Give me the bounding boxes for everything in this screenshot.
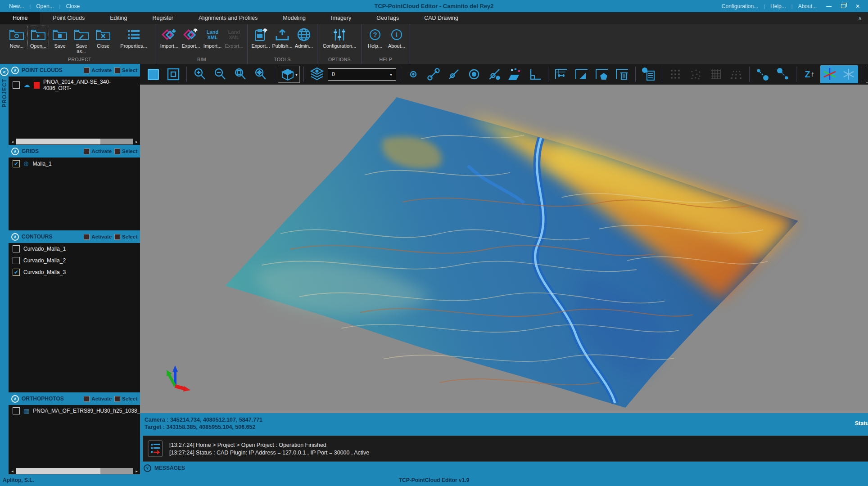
admin-button[interactable]: Admin... (294, 26, 314, 49)
cross-section-button[interactable] (552, 66, 571, 83)
collapse-sidebar-button[interactable]: < (0, 68, 9, 76)
publish-button[interactable]: Publish... (272, 26, 293, 49)
about-button[interactable]: i About... (386, 26, 407, 49)
ribbon-collapse-button[interactable]: ∧ (852, 12, 868, 24)
bim-import-button[interactable]: Import... (159, 26, 180, 49)
cross-section-delete-button[interactable] (613, 66, 632, 83)
measure-area-button[interactable] (505, 66, 524, 83)
horizontal-scrollbar[interactable]: ◂ ▸ (9, 138, 140, 145)
measure-angle-button[interactable] (485, 66, 504, 83)
scroll-left-icon[interactable]: ◂ (9, 468, 16, 474)
list-item[interactable]: ☁ PNOA_2014_AND-SE_340-4086_ORT- (9, 76, 140, 94)
layers-button[interactable] (307, 66, 326, 83)
zoom-in-button[interactable] (190, 66, 209, 83)
list-item[interactable]: ✔ Curvado_Malla_3 (9, 266, 140, 278)
item-checkbox-checked[interactable]: ✔ (13, 269, 20, 276)
quick-open-button[interactable]: Open... (32, 2, 58, 10)
tab-cad-drawing[interactable]: CAD Drawing (411, 12, 471, 24)
scroll-right-icon[interactable]: ▸ (133, 468, 140, 474)
activate-checkbox[interactable] (84, 68, 90, 73)
measure-slope-button[interactable] (444, 66, 463, 83)
zoom-out-button[interactable] (211, 66, 230, 83)
titlebar-about-button[interactable]: About... (794, 2, 821, 10)
titlebar-help-button[interactable]: Help... (766, 2, 791, 10)
scroll-right-icon[interactable]: ▸ (133, 138, 140, 145)
activate-checkbox[interactable] (84, 234, 90, 240)
close-project-button[interactable]: Close (93, 26, 113, 49)
list-item[interactable]: Curvado_Malla_2 (9, 255, 140, 266)
save-as-button[interactable]: Save as... (71, 26, 92, 54)
chevron-up-icon[interactable]: ∧ (11, 67, 19, 74)
item-checkbox[interactable] (13, 245, 20, 252)
panel-header-orthophotos[interactable]: ∧ ORTHOPHOTOS Activate Select (9, 392, 140, 405)
list-item[interactable]: Curvado_Malla_1 (9, 243, 140, 255)
tab-alignments-profiles[interactable]: Alignments and Profiles (186, 12, 270, 24)
annotate-point-button[interactable] (639, 66, 658, 83)
horizontal-scrollbar[interactable]: ◂ ▸ (9, 468, 140, 474)
item-checkbox[interactable] (13, 407, 20, 414)
item-checkbox[interactable] (13, 81, 20, 89)
move-point-forward-button[interactable] (753, 66, 772, 83)
cross-section-area-button[interactable] (572, 66, 591, 83)
new-project-button[interactable]: New... (6, 26, 27, 49)
shaded-view-button[interactable] (144, 66, 163, 83)
show-axes-button[interactable] (820, 66, 839, 83)
save-button[interactable]: Save (50, 26, 70, 49)
list-item[interactable]: ▦ PNOA_MA_OF_ETRS89_HU30_h25_1038_3 (9, 405, 140, 417)
activate-checkbox[interactable] (84, 396, 90, 402)
tab-editing[interactable]: Editing (97, 12, 140, 24)
messages-panel-header[interactable]: ∨ MESSAGES (140, 462, 868, 474)
measure-point-button[interactable] (404, 66, 423, 83)
chevron-down-icon[interactable]: ∨ (144, 464, 151, 472)
select-checkbox[interactable] (114, 68, 120, 73)
chevron-up-icon[interactable]: ∧ (11, 148, 19, 155)
select-checkbox[interactable] (114, 148, 120, 154)
panel-header-point-clouds[interactable]: ∧ POINT CLOUDS Activate Select (9, 64, 140, 76)
display-mode-button[interactable]: ▾ (866, 66, 868, 83)
zoom-window-button[interactable] (231, 66, 250, 83)
panel-header-grids[interactable]: ∧ GRIDS Activate Select (9, 145, 140, 158)
item-checkbox[interactable] (13, 257, 20, 264)
scrollbar-thumb[interactable] (16, 139, 100, 144)
viewport-3d[interactable] (140, 85, 868, 413)
tab-point-clouds[interactable]: Point Clouds (40, 12, 97, 24)
panel-header-contours[interactable]: ∧ CONTOURS Activate Select (9, 230, 140, 243)
item-checkbox-checked[interactable]: ✔ (13, 160, 20, 167)
tab-home[interactable]: Home (0, 12, 40, 24)
wireframe-view-button[interactable] (164, 66, 183, 83)
minimize-button[interactable]: — (822, 3, 836, 9)
show-axes-labels-button[interactable] (839, 66, 858, 83)
select-checkbox[interactable] (114, 396, 120, 402)
cross-section-polygon-button[interactable] (592, 66, 611, 83)
move-point-back-button[interactable] (773, 66, 792, 83)
tab-register[interactable]: Register (140, 12, 186, 24)
zoom-extents-button[interactable] (251, 66, 270, 83)
tab-modeling[interactable]: Modeling (270, 12, 318, 24)
landxml-import-button[interactable]: LandXML Import... (202, 26, 223, 49)
chevron-up-icon[interactable]: ∧ (11, 233, 19, 241)
chevron-up-icon[interactable]: ∧ (11, 395, 19, 403)
layer-select[interactable]: 0 ▾ (328, 68, 396, 81)
maximize-button[interactable] (836, 3, 850, 9)
bim-export-button[interactable]: Export... (181, 26, 201, 49)
quick-new-button[interactable]: New... (5, 2, 28, 10)
close-button[interactable]: ✕ (851, 3, 864, 9)
scroll-left-icon[interactable]: ◂ (9, 138, 16, 145)
properties-button[interactable]: Properties... (114, 26, 153, 49)
open-project-button[interactable]: Open... (28, 26, 49, 49)
pdf-export-button[interactable]: Export... (250, 26, 271, 49)
tab-geotags[interactable]: GeoTags (364, 12, 411, 24)
titlebar-configuration-button[interactable]: Configuration... (717, 2, 763, 10)
list-item[interactable]: ✔ ⊕ Malla_1 (9, 158, 140, 170)
configuration-button[interactable]: Configuration... (320, 26, 359, 49)
activate-checkbox[interactable] (84, 148, 90, 154)
measure-perpendicular-button[interactable] (525, 66, 544, 83)
view-cube-button[interactable]: ▾ (278, 66, 300, 83)
measure-circle-button[interactable] (465, 66, 484, 83)
scrollbar-thumb[interactable] (16, 468, 100, 474)
measure-distance-button[interactable] (424, 66, 443, 83)
tab-imagery[interactable]: Imagery (318, 12, 364, 24)
quick-close-button[interactable]: Close (61, 2, 84, 10)
help-button[interactable]: ? Help... (365, 26, 385, 49)
select-checkbox[interactable] (114, 234, 120, 240)
